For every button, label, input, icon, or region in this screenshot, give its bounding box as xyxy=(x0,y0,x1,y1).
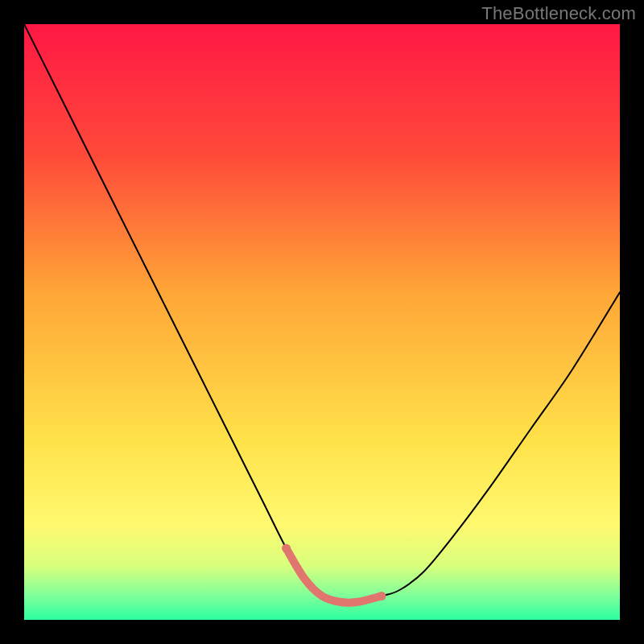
chart-background xyxy=(24,24,620,620)
highlight-band-endpoint xyxy=(378,592,386,601)
highlight-band-endpoint xyxy=(282,544,291,553)
chart-frame: TheBottleneck.com xyxy=(0,0,644,644)
watermark-label: TheBottleneck.com xyxy=(481,3,636,24)
bottleneck-chart xyxy=(24,24,620,620)
